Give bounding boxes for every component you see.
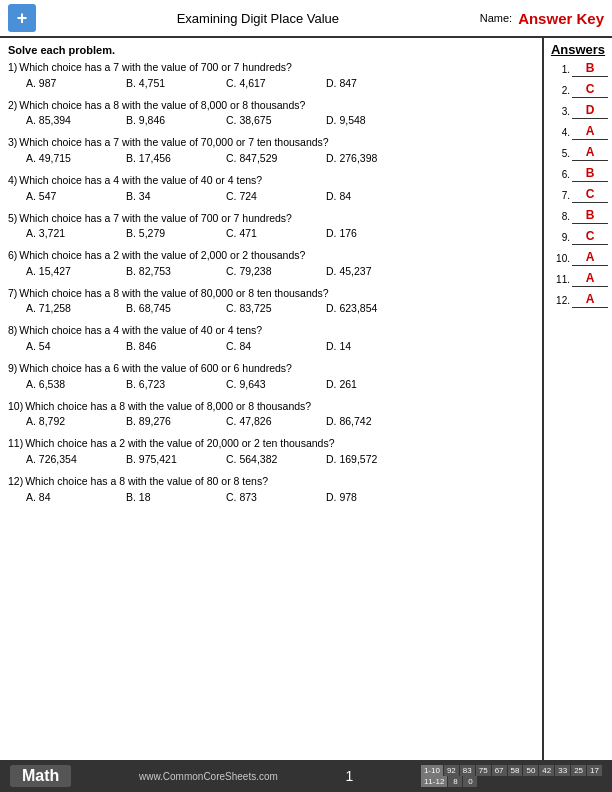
- choice-10-0: A. 8,792: [26, 415, 126, 427]
- choice-6-2: C. 79,238: [226, 265, 326, 277]
- choice-12-1: B. 18: [126, 491, 226, 503]
- question-9: 9)Which choice has a 6 with the value of…: [8, 362, 536, 390]
- answer-num-4: 4.: [548, 127, 570, 138]
- score-cell-r1-2: 83: [460, 765, 475, 776]
- footer-math-label: Math: [10, 765, 71, 787]
- score-cell-r2-2: 0: [463, 776, 477, 787]
- answer-num-10: 10.: [548, 253, 570, 264]
- choice-7-2: C. 83,725: [226, 302, 326, 314]
- choice-7-3: D. 623,854: [326, 302, 426, 314]
- choice-11-0: A. 726,354: [26, 453, 126, 465]
- choice-12-0: A. 84: [26, 491, 126, 503]
- question-text-11: 11)Which choice has a 2 with the value o…: [8, 437, 536, 451]
- page-footer: Math www.CommonCoreSheets.com 1 1-109283…: [0, 760, 612, 792]
- choice-2-3: D. 9,548: [326, 114, 426, 126]
- score-cell-r1-0: 1-10: [421, 765, 443, 776]
- answer-num-9: 9.: [548, 232, 570, 243]
- score-cell-r1-8: 33: [555, 765, 570, 776]
- choice-11-2: C. 564,382: [226, 453, 326, 465]
- answer-num-1: 1.: [548, 64, 570, 75]
- choice-1-0: A. 987: [26, 77, 126, 89]
- choice-4-2: C. 724: [226, 190, 326, 202]
- choice-3-0: A. 49,715: [26, 152, 126, 164]
- answer-num-5: 5.: [548, 148, 570, 159]
- choices-12: A. 84B. 18C. 873D. 978: [26, 491, 536, 503]
- choice-5-0: A. 3,721: [26, 227, 126, 239]
- question-11: 11)Which choice has a 2 with the value o…: [8, 437, 536, 465]
- answer-letter-7: C: [572, 187, 608, 203]
- question-text-3: 3)Which choice has a 7 with the value of…: [8, 136, 536, 150]
- choice-1-2: C. 4,617: [226, 77, 326, 89]
- question-1: 1)Which choice has a 7 with the value of…: [8, 61, 536, 89]
- answer-row-9: 9.C: [548, 229, 608, 245]
- instructions-label: Solve each problem.: [8, 44, 536, 56]
- answer-row-2: 2.C: [548, 82, 608, 98]
- score-row-1: 1-1092837567585042332517: [421, 765, 602, 776]
- choice-6-3: D. 45,237: [326, 265, 426, 277]
- answer-row-3: 3.D: [548, 103, 608, 119]
- choice-2-1: B. 9,846: [126, 114, 226, 126]
- question-text-10: 10)Which choice has a 8 with the value o…: [8, 400, 536, 414]
- questions-area: Solve each problem. 1)Which choice has a…: [0, 38, 544, 760]
- page-title: Examining Digit Place Value: [46, 11, 470, 26]
- answer-letter-12: A: [572, 292, 608, 308]
- question-text-9: 9)Which choice has a 6 with the value of…: [8, 362, 536, 376]
- choice-9-2: C. 9,643: [226, 378, 326, 390]
- question-4: 4)Which choice has a 4 with the value of…: [8, 174, 536, 202]
- answer-num-6: 6.: [548, 169, 570, 180]
- answer-letter-9: C: [572, 229, 608, 245]
- answer-num-3: 3.: [548, 106, 570, 117]
- answer-letter-1: B: [572, 61, 608, 77]
- answer-letter-11: A: [572, 271, 608, 287]
- choices-11: A. 726,354B. 975,421C. 564,382D. 169,572: [26, 453, 536, 465]
- question-5: 5)Which choice has a 7 with the value of…: [8, 212, 536, 240]
- choice-7-0: A. 71,258: [26, 302, 126, 314]
- choice-9-1: B. 6,723: [126, 378, 226, 390]
- choice-3-2: C. 847,529: [226, 152, 326, 164]
- choice-5-1: B. 5,279: [126, 227, 226, 239]
- score-row-2: 11-1280: [421, 776, 602, 787]
- question-text-2: 2)Which choice has a 8 with the value of…: [8, 99, 536, 113]
- score-cell-r2-1: 8: [448, 776, 462, 787]
- choice-4-1: B. 34: [126, 190, 226, 202]
- score-cell-r1-1: 92: [444, 765, 459, 776]
- answer-row-6: 6.B: [548, 166, 608, 182]
- answer-num-2: 2.: [548, 85, 570, 96]
- choice-6-1: B. 82,753: [126, 265, 226, 277]
- choices-4: A. 547B. 34C. 724D. 84: [26, 190, 536, 202]
- choice-4-0: A. 547: [26, 190, 126, 202]
- answer-num-7: 7.: [548, 190, 570, 201]
- choice-6-0: A. 15,427: [26, 265, 126, 277]
- score-cell-r1-3: 75: [476, 765, 491, 776]
- answer-row-10: 10.A: [548, 250, 608, 266]
- choice-11-3: D. 169,572: [326, 453, 426, 465]
- answer-row-11: 11.A: [548, 271, 608, 287]
- answer-num-12: 12.: [548, 295, 570, 306]
- answer-letter-6: B: [572, 166, 608, 182]
- answers-container: 1.B2.C3.D4.A5.A6.B7.C8.B9.C10.A11.A12.A: [548, 61, 608, 313]
- main-content: Solve each problem. 1)Which choice has a…: [0, 38, 612, 760]
- answer-row-7: 7.C: [548, 187, 608, 203]
- page-header: + Examining Digit Place Value Name: Answ…: [0, 0, 612, 38]
- choices-7: A. 71,258B. 68,745C. 83,725D. 623,854: [26, 302, 536, 314]
- choices-2: A. 85,394B. 9,846C. 38,675D. 9,548: [26, 114, 536, 126]
- question-text-7: 7)Which choice has a 8 with the value of…: [8, 287, 536, 301]
- question-3: 3)Which choice has a 7 with the value of…: [8, 136, 536, 164]
- choices-1: A. 987B. 4,751C. 4,617D. 847: [26, 77, 536, 89]
- questions-container: 1)Which choice has a 7 with the value of…: [8, 61, 536, 503]
- question-text-5: 5)Which choice has a 7 with the value of…: [8, 212, 536, 226]
- score-cell-r1-9: 25: [571, 765, 586, 776]
- choice-8-1: B. 846: [126, 340, 226, 352]
- answers-title: Answers: [548, 42, 608, 57]
- choice-11-1: B. 975,421: [126, 453, 226, 465]
- choices-8: A. 54B. 846C. 84D. 14: [26, 340, 536, 352]
- question-text-8: 8)Which choice has a 4 with the value of…: [8, 324, 536, 338]
- choice-2-2: C. 38,675: [226, 114, 326, 126]
- choice-5-2: C. 471: [226, 227, 326, 239]
- score-cell-r2-0: 11-12: [421, 776, 447, 787]
- answer-letter-8: B: [572, 208, 608, 224]
- answer-letter-4: A: [572, 124, 608, 140]
- question-text-6: 6)Which choice has a 2 with the value of…: [8, 249, 536, 263]
- question-7: 7)Which choice has a 8 with the value of…: [8, 287, 536, 315]
- choice-1-3: D. 847: [326, 77, 426, 89]
